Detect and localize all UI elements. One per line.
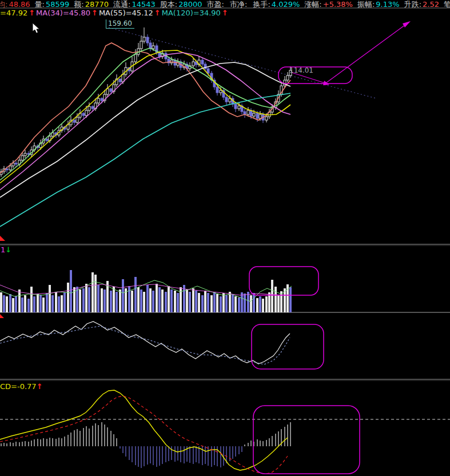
osc-dashed: [0, 326, 290, 364]
stat-value: 48.86: [9, 0, 30, 9]
arrowhead-icon: [403, 21, 411, 27]
stat-label: 股本:: [160, 0, 177, 9]
stat-label: 涨幅:: [304, 0, 321, 9]
top-stats-bar: 均:48.86量:58599额:28770流通:14543股本:28000市盈:…: [0, 0, 450, 9]
stat-label: 笔数:: [444, 0, 450, 9]
volume-pane: [0, 270, 292, 312]
up-arrow-icon: ↑: [222, 9, 228, 17]
up-arrow-icon: ↑: [91, 9, 98, 17]
peak-price-label: 159.60: [106, 19, 134, 29]
red-flag-icon: [0, 314, 4, 318]
stat-value: 28770: [85, 0, 109, 9]
ma-yellow: [0, 50, 290, 183]
stat-value: 9.13%: [376, 0, 399, 9]
down-arrow-icon: ↓: [5, 245, 11, 254]
last-price-label: 114.01: [289, 66, 313, 74]
ma-legend-item: MA(34)=45.80: [36, 9, 90, 17]
stat-value: 28000: [178, 0, 202, 9]
mouse-cursor-icon: [33, 23, 39, 33]
chart-canvas[interactable]: [0, 0, 450, 476]
annotation-arrow[interactable]: [324, 23, 407, 85]
ma-legend-item: MA(55)=45.12: [99, 9, 153, 17]
stock-chart-window: 均:48.86量:58599额:28770流通:14543股本:28000市盈:…: [0, 0, 450, 476]
main-price-pane: [0, 27, 376, 227]
stat-label: 流通:: [113, 0, 130, 9]
stat-label: 额:: [74, 0, 83, 9]
stat-value: 2.52: [423, 0, 439, 9]
stat-label: 换手:: [253, 0, 270, 9]
volume-pane-label: 1↓: [1, 245, 11, 254]
stat-label: 市盈:: [207, 0, 224, 9]
stat-value: 58599: [46, 0, 69, 9]
stat-label: 均:: [0, 0, 7, 9]
stat-value: +5.38%: [323, 0, 353, 9]
stat-value: 14543: [132, 0, 156, 9]
osc-solid: [0, 322, 290, 364]
up-arrow-icon: ↑: [29, 9, 35, 17]
stat-label: 振幅:: [357, 0, 375, 9]
stat-label: 量:: [35, 0, 45, 9]
pane-dividers: [0, 8, 450, 380]
macd-pane-label: CD=-0.77↑: [0, 382, 43, 391]
oscillator-pane: [0, 322, 290, 364]
macd-pane: [0, 390, 450, 474]
ma-legend-item: MA(120)=34.90: [162, 9, 221, 17]
stat-label: 市净:: [230, 0, 247, 9]
up-arrow-icon: ↑: [154, 9, 161, 17]
stat-value: 4.029%: [272, 0, 300, 9]
ma-legend-item: )=47.92: [0, 9, 27, 17]
annotation-drawings[interactable]: [0, 21, 411, 474]
ma-55: [0, 62, 290, 197]
stat-label: 升跌:: [404, 0, 421, 9]
up-arrow-icon: ↑: [37, 382, 43, 391]
macd-value: CD=-0.77: [0, 382, 37, 391]
red-flag-icon: [0, 236, 5, 241]
ma-legend-bar: )=47.92↑MA(34)=45.80↑MA(55)=45.12↑MA(120…: [0, 9, 229, 18]
